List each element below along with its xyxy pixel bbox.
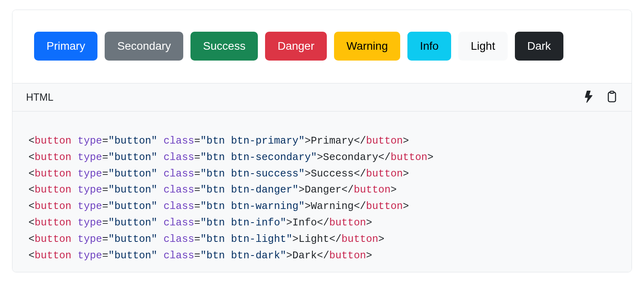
toolbar-actions (583, 91, 618, 104)
code-line: <button type="button" class="btn btn-suc… (28, 166, 616, 183)
info-button[interactable]: Info (407, 32, 451, 61)
code-line: <button type="button" class="btn btn-sec… (28, 150, 616, 166)
code-line: <button type="button" class="btn btn-dan… (28, 182, 616, 199)
dark-button[interactable]: Dark (515, 32, 563, 61)
try-it-button[interactable] (583, 91, 595, 104)
success-button[interactable]: Success (190, 32, 258, 61)
button-preview: Primary Secondary Success Danger Warning… (12, 10, 632, 83)
code-line: <button type="button" class="btn btn-inf… (28, 215, 616, 231)
code-toolbar: HTML (12, 83, 632, 112)
light-button[interactable]: Light (458, 32, 508, 61)
primary-button[interactable]: Primary (34, 32, 97, 61)
warning-button[interactable]: Warning (334, 32, 400, 61)
clipboard-icon (606, 91, 618, 104)
lightning-icon (583, 91, 595, 104)
code-line: <button type="button" class="btn btn-lig… (28, 231, 616, 248)
secondary-button[interactable]: Secondary (105, 32, 183, 61)
danger-button[interactable]: Danger (265, 32, 327, 61)
example-card: Primary Secondary Success Danger Warning… (12, 10, 632, 272)
code-body: <button type="button" class="btn btn-pri… (12, 112, 632, 272)
svg-rect-1 (610, 91, 614, 93)
code-line: <button type="button" class="btn btn-pri… (28, 133, 616, 150)
code-line: <button type="button" class="btn btn-war… (28, 199, 616, 215)
language-label: HTML (26, 91, 53, 103)
copy-button[interactable] (606, 91, 618, 104)
code-line: <button type="button" class="btn btn-dar… (28, 248, 616, 264)
